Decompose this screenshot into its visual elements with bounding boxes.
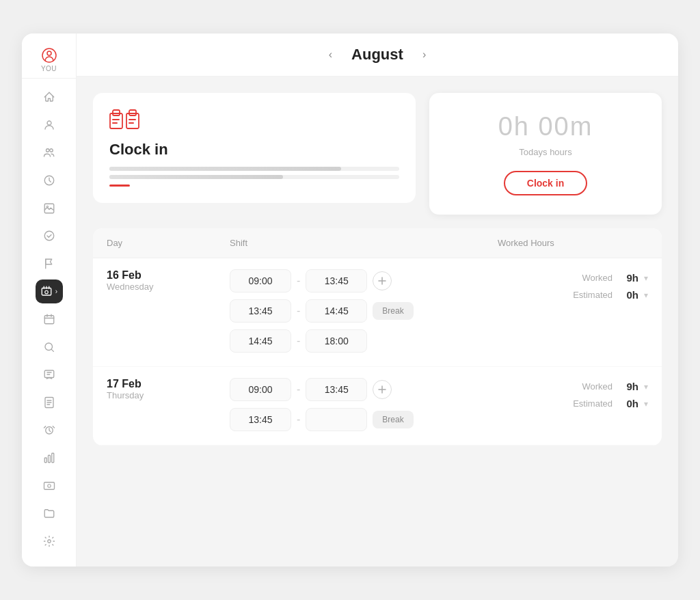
separator: - bbox=[297, 335, 300, 347]
svg-point-4 bbox=[49, 149, 53, 152]
shift-1-1-end[interactable] bbox=[306, 269, 367, 292]
svg-point-3 bbox=[46, 149, 49, 152]
worked-label-1: Worked bbox=[565, 273, 612, 283]
shift-1-3-start[interactable] bbox=[230, 329, 291, 353]
shift-1-2-end[interactable] bbox=[306, 299, 367, 323]
folder-icon bbox=[43, 507, 55, 519]
next-month-button[interactable]: › bbox=[417, 46, 431, 64]
sidebar-item-settings[interactable] bbox=[36, 530, 63, 554]
col-worked-hours: Worked Hours bbox=[498, 238, 648, 248]
add-shift-1-1-button[interactable] bbox=[373, 271, 392, 290]
svg-rect-24 bbox=[113, 110, 120, 115]
sidebar-item-home[interactable] bbox=[36, 85, 63, 109]
estimated-label-2: Estimated bbox=[565, 398, 612, 409]
progress-bar-2 bbox=[109, 175, 399, 179]
svg-rect-18 bbox=[51, 453, 53, 463]
col-day: Day bbox=[107, 238, 230, 248]
worked-row-1: Worked 9h ▾ bbox=[498, 272, 648, 284]
estimated-row-1: Estimated 0h ▾ bbox=[498, 289, 648, 301]
training-icon bbox=[43, 368, 55, 381]
gallery-icon bbox=[43, 202, 55, 215]
sidebar-item-files[interactable] bbox=[36, 502, 63, 526]
worked-value-1: 9h bbox=[618, 272, 638, 284]
shifts-col-2: - - bbox=[230, 378, 498, 431]
user-avatar-icon bbox=[41, 47, 57, 64]
shift-2-2-end[interactable] bbox=[306, 408, 367, 431]
shift-2-2-start[interactable] bbox=[230, 408, 291, 431]
break-badge-2: Break bbox=[373, 411, 413, 428]
estimated-chevron-2[interactable]: ▾ bbox=[644, 399, 648, 409]
prev-month-button[interactable]: ‹ bbox=[323, 46, 338, 64]
worked-hours-col-1: Worked 9h ▾ Estimated 0h ▾ bbox=[498, 269, 648, 301]
sidebar-item-gallery[interactable] bbox=[36, 196, 63, 220]
shift-row-1-2: - Break bbox=[230, 299, 498, 323]
day-info-1: 16 Feb Wednesday bbox=[107, 269, 230, 292]
svg-rect-9 bbox=[42, 288, 51, 296]
shift-2-1-end[interactable] bbox=[306, 378, 367, 401]
shift-1-3-end[interactable] bbox=[306, 329, 367, 353]
worked-row-2: Worked 9h ▾ bbox=[498, 381, 648, 392]
clock-in-button[interactable]: Clock in bbox=[504, 171, 587, 195]
sidebar-item-profile[interactable] bbox=[36, 113, 63, 137]
sidebar-item-flag[interactable] bbox=[36, 252, 63, 276]
estimated-row-2: Estimated 0h ▾ bbox=[498, 398, 648, 409]
day-date-1: 16 Feb bbox=[107, 269, 230, 282]
shift-row-2-1: - bbox=[230, 378, 498, 401]
svg-point-20 bbox=[47, 484, 51, 487]
settings-icon bbox=[43, 535, 55, 547]
shift-1-1-start[interactable] bbox=[230, 269, 291, 292]
header: ‹ August › bbox=[77, 33, 678, 77]
worked-chevron-1[interactable]: ▾ bbox=[644, 273, 648, 283]
progress-bar-2-fill bbox=[109, 175, 283, 179]
separator: - bbox=[297, 383, 300, 396]
add-shift-2-1-button[interactable] bbox=[373, 380, 392, 399]
shift-2-1-start[interactable] bbox=[230, 378, 291, 401]
estimated-label-1: Estimated bbox=[565, 290, 612, 300]
sidebar-you[interactable]: YOU bbox=[22, 47, 76, 79]
day-info-2: 17 Feb Thursday bbox=[107, 378, 230, 400]
sidebar-item-reports[interactable] bbox=[36, 446, 63, 470]
timesheet-table: Day Shift Worked Hours 16 Feb Wednesday bbox=[93, 228, 662, 446]
plus-icon bbox=[377, 276, 387, 286]
sidebar-item-timecard[interactable]: › bbox=[36, 279, 63, 303]
svg-rect-13 bbox=[44, 370, 54, 378]
sidebar-item-team[interactable] bbox=[36, 141, 63, 165]
sidebar-item-clock[interactable] bbox=[36, 169, 63, 193]
worked-label-2: Worked bbox=[565, 381, 612, 392]
sidebar-item-search[interactable] bbox=[36, 335, 63, 359]
clock-nav-icon bbox=[43, 174, 55, 187]
separator: - bbox=[297, 413, 300, 426]
sidebar-item-document[interactable] bbox=[36, 391, 63, 415]
svg-point-8 bbox=[44, 232, 54, 241]
estimated-value-2: 0h bbox=[618, 398, 638, 409]
table-header: Day Shift Worked Hours bbox=[93, 228, 662, 258]
today-hours-label: Todays hours bbox=[519, 147, 571, 157]
clock-in-card-icon bbox=[109, 109, 399, 134]
shift-1-2-start[interactable] bbox=[230, 299, 291, 323]
sidebar-item-calendar[interactable] bbox=[36, 308, 63, 331]
sidebar-item-training[interactable] bbox=[36, 363, 63, 387]
bar-chart-icon bbox=[43, 452, 55, 464]
worked-chevron-2[interactable]: ▾ bbox=[644, 382, 648, 392]
alarm-icon bbox=[43, 424, 55, 436]
dollar-icon bbox=[43, 480, 55, 492]
estimated-chevron-1[interactable]: ▾ bbox=[644, 290, 648, 300]
table-row: 17 Feb Thursday - bbox=[93, 367, 662, 446]
svg-point-21 bbox=[47, 540, 51, 543]
shift-row-1-3: - bbox=[230, 329, 498, 353]
progress-underline bbox=[109, 185, 130, 187]
separator: - bbox=[297, 275, 300, 287]
shift-row-1-1: - bbox=[230, 269, 498, 292]
body-area: Clock in 0h 00m bbox=[77, 77, 678, 462]
top-section: Clock in 0h 00m bbox=[93, 93, 662, 215]
progress-bar-1-fill bbox=[109, 167, 341, 171]
sidebar-item-alarm[interactable] bbox=[36, 418, 63, 442]
day-name-1: Wednesday bbox=[107, 282, 230, 292]
svg-rect-19 bbox=[44, 482, 54, 489]
sidebar-item-check[interactable] bbox=[36, 224, 63, 248]
svg-point-10 bbox=[45, 291, 49, 295]
svg-rect-29 bbox=[129, 122, 134, 124]
worked-hours-col-2: Worked 9h ▾ Estimated 0h ▾ bbox=[498, 378, 648, 409]
sidebar-item-billing[interactable] bbox=[36, 474, 63, 497]
estimated-value-1: 0h bbox=[618, 289, 638, 301]
